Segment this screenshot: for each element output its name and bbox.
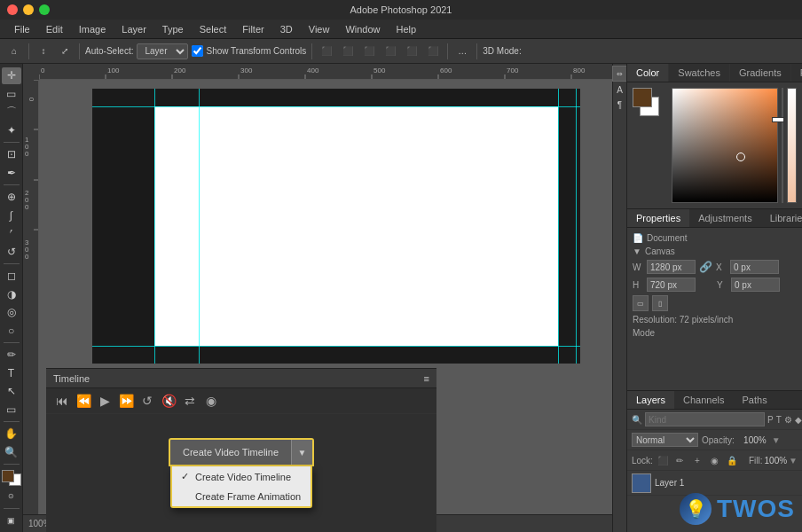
layers-search-input[interactable]: [645, 412, 765, 426]
foreground-background-colors[interactable]: [2, 470, 21, 487]
auto-select-dropdown[interactable]: Layer Group: [137, 43, 188, 59]
gradient-tool[interactable]: ◑: [2, 286, 21, 302]
show-transform-checkbox[interactable]: Show Transform Controls: [192, 45, 306, 57]
timeline-loop[interactable]: ↺: [138, 392, 156, 410]
y-input[interactable]: [731, 278, 780, 292]
align-center-v[interactable]: ⬛: [403, 43, 421, 60]
timeline-next-frame[interactable]: ⏩: [117, 392, 135, 410]
tab-paths[interactable]: Paths: [734, 391, 776, 409]
brush-tool[interactable]: ∫: [2, 207, 21, 223]
pen-tool[interactable]: ✏: [2, 347, 21, 364]
spectrum-thumb[interactable]: [772, 117, 784, 122]
portrait-icon-btn[interactable]: ▯: [652, 295, 668, 311]
history-brush-tool[interactable]: ↺: [2, 243, 21, 260]
width-input[interactable]: [647, 260, 696, 274]
tab-color[interactable]: Color: [627, 64, 669, 82]
timeline-first-frame[interactable]: ⏮: [53, 392, 71, 410]
extra-options[interactable]: …: [453, 43, 471, 60]
crop-tool[interactable]: ⊡: [2, 146, 21, 163]
color-spectrum[interactable]: [782, 88, 783, 203]
lock-all[interactable]: 🔒: [724, 452, 740, 468]
lock-artboard[interactable]: ◉: [707, 452, 723, 468]
menu-edit[interactable]: Edit: [39, 22, 70, 36]
lock-transparent[interactable]: ⬛: [655, 452, 671, 468]
eraser-tool[interactable]: ◻: [2, 268, 21, 285]
fill-arrow[interactable]: ▼: [789, 456, 798, 466]
close-button[interactable]: [7, 4, 18, 15]
tab-adjustments[interactable]: Adjustments: [689, 209, 761, 227]
x-input[interactable]: [730, 260, 779, 274]
tab-layers[interactable]: Layers: [627, 391, 674, 409]
menu-type[interactable]: Type: [155, 22, 191, 36]
tab-properties[interactable]: Properties: [627, 209, 689, 227]
link-wh-icon[interactable]: 🔗: [699, 261, 712, 273]
opacity-arrow[interactable]: ▼: [772, 435, 781, 445]
quick-mask-tool[interactable]: ⊙: [2, 488, 21, 505]
blur-tool[interactable]: ◎: [2, 304, 21, 321]
hand-tool[interactable]: ✋: [2, 426, 21, 442]
dropdown-item-video-timeline[interactable]: ✓ Create Video Timeline: [172, 466, 311, 487]
align-center-h[interactable]: ⬛: [339, 43, 357, 60]
panel-toggle-1[interactable]: ⇔: [612, 66, 628, 82]
timeline-record[interactable]: ◉: [202, 392, 220, 410]
layer-blend-mode[interactable]: Normal Multiply Screen: [632, 433, 698, 447]
dropdown-item-frame-animation[interactable]: Create Frame Animation: [172, 487, 311, 506]
align-right[interactable]: ⬛: [360, 43, 378, 60]
height-input[interactable]: [647, 278, 696, 292]
rectangular-marquee-tool[interactable]: ▭: [2, 86, 21, 103]
transform-tool[interactable]: ⤢: [56, 43, 74, 60]
path-selection-tool[interactable]: ↖: [2, 383, 21, 400]
align-left[interactable]: ⬛: [318, 43, 335, 60]
collapse-icon[interactable]: ▼: [633, 246, 641, 256]
menu-image[interactable]: Image: [72, 22, 114, 36]
minimize-button[interactable]: [23, 4, 34, 15]
window-controls[interactable]: [7, 4, 50, 15]
eyedropper-tool[interactable]: ✒: [2, 165, 21, 182]
type-tool[interactable]: T: [2, 364, 21, 381]
menu-window[interactable]: Window: [338, 22, 387, 36]
timeline-convert[interactable]: ⇄: [181, 392, 199, 410]
timeline-play[interactable]: ▶: [96, 392, 114, 410]
home-button[interactable]: ⌂: [5, 43, 23, 60]
dodge-tool[interactable]: ○: [2, 322, 21, 339]
layers-filter-btn-1[interactable]: P: [767, 412, 774, 426]
layers-filter-btn-2[interactable]: T: [776, 412, 782, 426]
lock-image[interactable]: ✏: [672, 452, 688, 468]
tab-swatches[interactable]: Swatches: [669, 64, 730, 82]
menu-select[interactable]: Select: [193, 22, 234, 36]
timeline-mute[interactable]: 🔇: [160, 392, 177, 410]
shape-tool[interactable]: ▭: [2, 401, 21, 418]
spot-healing-tool[interactable]: ⊕: [2, 189, 21, 206]
menu-file[interactable]: File: [7, 22, 37, 36]
tab-libraries[interactable]: Libraries: [761, 209, 802, 227]
menu-filter[interactable]: Filter: [235, 22, 271, 36]
clone-stamp-tool[interactable]: ⎖: [2, 225, 21, 242]
magic-wand-tool[interactable]: ✦: [2, 122, 21, 139]
layers-filter-btn-3[interactable]: ⚙: [784, 412, 792, 426]
paragraph-tool-indicator[interactable]: ¶: [616, 98, 624, 112]
timeline-create-video-btn[interactable]: Create Video Timeline ▼: [169, 438, 314, 466]
tab-gradients[interactable]: Gradients: [730, 64, 791, 82]
menu-layer[interactable]: Layer: [114, 22, 153, 36]
menu-3d[interactable]: 3D: [273, 22, 300, 36]
timeline-prev-frame[interactable]: ⏪: [75, 392, 92, 410]
zoom-tool[interactable]: 🔍: [2, 443, 21, 460]
move-tool-options[interactable]: ↕: [35, 43, 52, 60]
align-top[interactable]: ⬛: [381, 43, 399, 60]
alpha-strip[interactable]: [787, 88, 797, 203]
move-tool[interactable]: ✛: [2, 67, 21, 84]
text-tool-indicator[interactable]: A: [615, 83, 625, 97]
lasso-tool[interactable]: ⌒: [2, 104, 21, 121]
tab-patterns[interactable]: Patterns: [791, 64, 802, 82]
timeline-menu-icon[interactable]: ≡: [424, 373, 429, 384]
color-saturation-box[interactable]: [672, 88, 778, 203]
layer-item-1[interactable]: Layer 1: [627, 471, 802, 496]
menu-view[interactable]: View: [302, 22, 337, 36]
maximize-button[interactable]: [39, 4, 50, 15]
foreground-color-swatch[interactable]: [633, 88, 652, 107]
screen-mode[interactable]: ▣: [2, 512, 21, 529]
color-picker-thumb[interactable]: [736, 153, 745, 161]
layers-filter-btn-4[interactable]: ◆: [795, 412, 802, 426]
menu-help[interactable]: Help: [389, 22, 424, 36]
landscape-icon-btn[interactable]: ▭: [633, 295, 649, 311]
